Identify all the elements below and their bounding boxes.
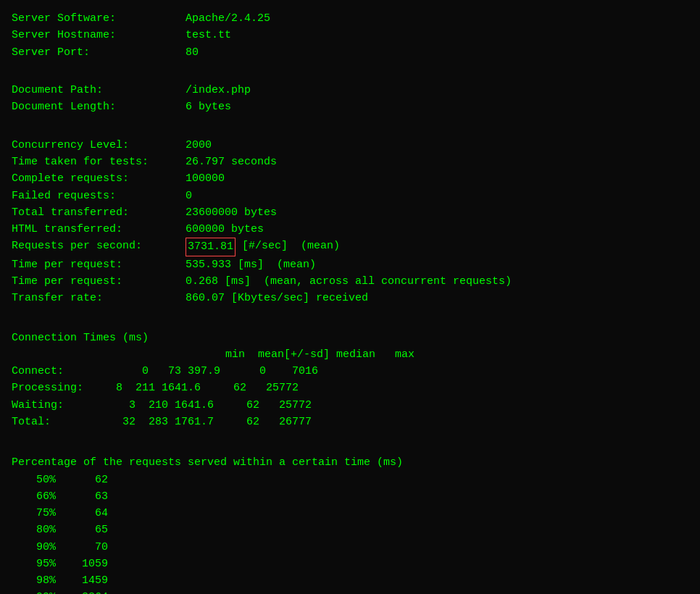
connection-times-header: min mean[+/-sd] median max [12,346,688,363]
complete-requests-value: 100000 [186,170,225,187]
server-software-value: Apache/2.4.25 [186,10,270,27]
total-label: Total: [12,416,90,428]
server-hostname-value: test.tt [186,27,231,43]
pct-99: 99% 3864 [12,589,688,594]
document-info: Document Path: /index.php Document Lengt… [12,82,688,116]
failed-requests-line: Failed requests: 0 [12,188,688,204]
document-path-value: /index.php [186,82,251,99]
tpr2-label: Time per request: [12,273,186,290]
document-length-label: Document Length: [12,99,186,115]
pct-98: 98% 1459 [12,572,688,589]
percentage-section: Percentage of the requests served within… [12,454,688,594]
waiting-label: Waiting: [12,399,90,411]
server-info: Server Software: Apache/2.4.25 Server Ho… [12,10,688,61]
pct-75: 75% 64 [12,505,688,522]
pct-90: 90% 70 [12,539,688,556]
connect-label: Connect: [12,365,90,377]
tpr1-value: 535.933 [ms] (mean) [186,256,316,273]
transfer-rate-label: Transfer rate: [12,290,186,306]
processing-row: Processing: 8 211 1641.6 62 25772 [12,380,688,396]
server-hostname-line: Server Hostname: test.tt [12,27,688,43]
rps-line: Requests per second: 3731.81 [#/sec] (me… [12,238,688,256]
total-transfer-label: Total transferred: [12,204,186,221]
waiting-row: Waiting: 3 210 1641.6 62 25772 [12,397,688,414]
processing-label: Processing: [12,382,90,394]
connection-times-title: Connection Times (ms) [12,330,688,346]
concurrency-value: 2000 [186,137,212,154]
total-transfer-value: 23600000 bytes [186,204,277,221]
document-length-value: 6 bytes [186,99,231,115]
rps-unit: [#/sec] (mean) [236,238,340,256]
total-transfer-line: Total transferred: 23600000 bytes [12,204,688,221]
server-software-line: Server Software: Apache/2.4.25 [12,10,688,27]
html-transfer-label: HTML transferred: [12,221,186,238]
server-hostname-label: Server Hostname: [12,27,186,43]
rps-value: 3731.81 [186,238,236,256]
document-length-line: Document Length: 6 bytes [12,99,688,115]
complete-requests-line: Complete requests: 100000 [12,170,688,187]
complete-requests-label: Complete requests: [12,170,186,187]
total-values: 32 283 1761.7 62 26777 [90,416,312,428]
connection-times-section: Connection Times (ms) min mean[+/-sd] me… [12,330,688,431]
pct-80: 80% 65 [12,522,688,538]
time-taken-label: Time taken for tests: [12,154,186,170]
total-row: Total: 32 283 1761.7 62 26777 [12,414,688,430]
document-path-label: Document Path: [12,82,186,99]
waiting-values: 3 210 1641.6 62 25772 [90,399,312,411]
percentage-title: Percentage of the requests served within… [12,454,688,471]
document-path-line: Document Path: /index.php [12,82,688,99]
server-port-line: Server Port: 80 [12,44,688,61]
pct-95: 95% 1059 [12,556,688,572]
html-transfer-value: 600000 bytes [186,221,264,238]
rps-label: Requests per second: [12,238,186,256]
tpr2-line: Time per request: 0.268 [ms] (mean, acro… [12,273,688,290]
connect-values: 0 73 397.9 0 7016 [90,365,318,377]
transfer-rate-line: Transfer rate: 860.07 [Kbytes/sec] recei… [12,290,688,306]
time-taken-value: 26.797 seconds [186,154,277,170]
connect-row: Connect: 0 73 397.9 0 7016 [12,363,688,380]
time-taken-line: Time taken for tests: 26.797 seconds [12,154,688,170]
html-transfer-line: HTML transferred: 600000 bytes [12,221,688,238]
transfer-rate-value: 860.07 [Kbytes/sec] received [186,290,368,306]
pct-66: 66% 63 [12,488,688,505]
server-port-value: 80 [186,44,199,61]
server-software-label: Server Software: [12,10,186,27]
server-port-label: Server Port: [12,44,186,61]
tpr1-line: Time per request: 535.933 [ms] (mean) [12,256,688,273]
processing-values: 8 211 1641.6 62 25772 [90,382,299,394]
failed-requests-label: Failed requests: [12,188,186,204]
tpr2-value: 0.268 [ms] (mean, across all concurrent … [186,273,512,290]
concurrency-label: Concurrency Level: [12,137,186,154]
concurrency-line: Concurrency Level: 2000 [12,137,688,154]
pct-50: 50% 62 [12,472,688,488]
stats-info: Concurrency Level: 2000 Time taken for t… [12,137,688,307]
tpr1-label: Time per request: [12,256,186,273]
failed-requests-value: 0 [186,188,192,204]
